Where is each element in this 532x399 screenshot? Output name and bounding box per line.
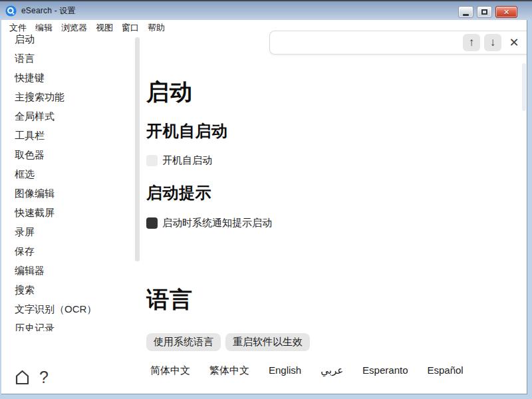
nav-item-hotkeys[interactable]: 快捷键 xyxy=(15,68,128,87)
minimize-button[interactable] xyxy=(458,6,473,18)
autostart-subtitle: 开机自启动 xyxy=(146,120,228,142)
nav-item-ocr[interactable]: 文字识别（OCR） xyxy=(15,299,128,319)
startup-tip-checkbox[interactable] xyxy=(146,217,158,229)
startup-section-title: 启动 xyxy=(146,77,193,108)
footer-icons: ? xyxy=(15,368,49,387)
settings-nav: 启动 语言 快捷键 主搜索功能 全局样式 工具栏 取色器 框选 图像编辑 快速截… xyxy=(15,29,128,331)
autostart-option[interactable]: 开机自启动 xyxy=(146,154,212,167)
client-area: 文件 编辑 浏览器 视图 窗口 帮助 启动 语言 快捷键 主搜索功能 全局样式 … xyxy=(1,20,527,394)
nav-item-save[interactable]: 保存 xyxy=(15,241,128,261)
find-next-button[interactable]: ↓ xyxy=(484,34,501,51)
startup-tip-subtitle: 启动提示 xyxy=(146,182,211,203)
maximize-icon xyxy=(481,9,487,15)
nav-item-history[interactable]: 历史记录 xyxy=(15,319,128,331)
lang-option-english[interactable]: English xyxy=(269,364,301,377)
arrow-up-icon: ↑ xyxy=(469,36,475,49)
startup-tip-option[interactable]: 启动时系统通知提示启动 xyxy=(146,217,272,229)
home-icon[interactable] xyxy=(15,369,30,386)
close-button[interactable]: ✕ xyxy=(495,6,517,18)
nav-item-screen-record[interactable]: 录屏 xyxy=(15,222,128,241)
autostart-label: 开机自启动 xyxy=(162,154,212,167)
nav-item-editor[interactable]: 编辑器 xyxy=(15,261,128,280)
language-actions: 使用系统语言 重启软件以生效 xyxy=(146,333,310,351)
close-x-icon: ✕ xyxy=(509,35,519,50)
language-options: 简体中文 繁体中文 English عربي Esperanto Español xyxy=(150,364,464,377)
startup-tip-label: 启动时系统通知提示启动 xyxy=(162,217,272,229)
sidebar-scrollbar[interactable] xyxy=(135,37,140,261)
find-previous-button[interactable]: ↑ xyxy=(463,34,480,51)
nav-item-search[interactable]: 搜索 xyxy=(15,280,128,299)
nav-item-global-style[interactable]: 全局样式 xyxy=(15,106,128,126)
nav-item-quick-screenshot[interactable]: 快速截屏 xyxy=(15,203,128,222)
menu-help[interactable]: 帮助 xyxy=(148,22,165,34)
window-controls: ✕ xyxy=(458,6,517,18)
window-title: eSearch - 设置 xyxy=(21,5,76,17)
minimize-icon xyxy=(463,14,469,16)
nav-item-language[interactable]: 语言 xyxy=(15,49,128,68)
nav-item-color-picker[interactable]: 取色器 xyxy=(15,145,128,164)
content-scrollbar[interactable] xyxy=(522,63,526,111)
lang-option-traditional-chinese[interactable]: 繁体中文 xyxy=(209,364,249,377)
find-close-button[interactable]: ✕ xyxy=(505,34,523,51)
lang-option-arabic[interactable]: عربي xyxy=(321,364,343,377)
close-icon: ✕ xyxy=(503,8,509,17)
app-window: eSearch - 设置 ✕ 文件 编辑 浏览器 视图 窗口 帮助 启动 语言 … xyxy=(0,0,532,399)
maximize-button[interactable] xyxy=(477,6,492,18)
nav-item-toolbar[interactable]: 工具栏 xyxy=(15,126,128,145)
arrow-down-icon: ↓ xyxy=(490,36,496,49)
settings-search-input[interactable] xyxy=(277,34,459,51)
help-icon[interactable]: ? xyxy=(39,368,49,387)
lang-option-spanish[interactable]: Español xyxy=(428,364,464,377)
titlebar[interactable]: eSearch - 设置 ✕ xyxy=(0,1,532,20)
nav-item-main-search[interactable]: 主搜索功能 xyxy=(15,87,128,106)
language-section-title: 语言 xyxy=(146,285,193,315)
restart-to-apply-badge[interactable]: 重启软件以生效 xyxy=(225,333,310,351)
nav-item-startup[interactable]: 启动 xyxy=(15,29,128,49)
nav-item-image-edit[interactable]: 图像编辑 xyxy=(15,184,128,203)
autostart-checkbox[interactable] xyxy=(146,155,158,166)
lang-option-esperanto[interactable]: Esperanto xyxy=(362,364,408,377)
lang-option-simplified-chinese[interactable]: 简体中文 xyxy=(150,364,190,377)
esearch-logo-icon xyxy=(5,5,17,17)
find-bar: ↑ ↓ ✕ xyxy=(269,31,527,55)
use-system-language-button[interactable]: 使用系统语言 xyxy=(146,333,221,351)
nav-item-box-select[interactable]: 框选 xyxy=(15,164,128,184)
